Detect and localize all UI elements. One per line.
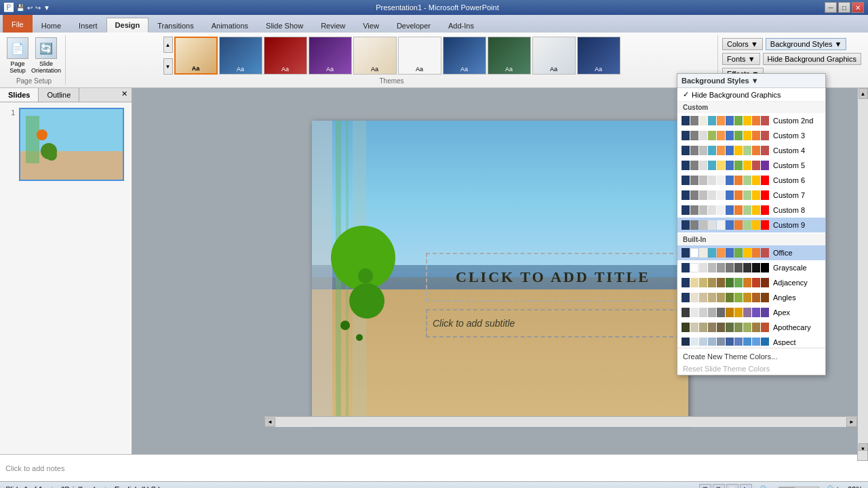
hide-bg-graphics-row[interactable]: ✓Hide Background Graphics <box>677 88 825 102</box>
maximize-button[interactable]: □ <box>838 2 850 13</box>
colors-dropdown-panel: Background Styles ▼ ✓Hide Background Gra… <box>677 73 826 375</box>
theme-item-oriel[interactable]: Aa <box>174 37 218 75</box>
theme-name: "Oriel" <box>61 485 82 489</box>
theme-item-3[interactable]: Aa <box>264 37 307 75</box>
themes-scroll-up[interactable]: ▲ ▼ <box>163 37 173 75</box>
tab-file[interactable]: File <box>3 15 33 33</box>
slide-canvas[interactable]: CLICK TO ADD TITLE Click to add subtitle <box>312 121 688 422</box>
theme-item-9[interactable]: Aa <box>532 37 576 75</box>
vertical-scrollbar[interactable]: ▲ ▼ <box>857 88 868 454</box>
normal-view-button[interactable]: ▦ <box>699 484 711 489</box>
slide-number: 1 <box>5 109 15 117</box>
theme-item-8[interactable]: Aa <box>488 37 531 75</box>
tab-addins[interactable]: Add-Ins <box>439 18 483 33</box>
tab-transitions[interactable]: Transitions <box>149 18 202 33</box>
theme-item-4[interactable]: Aa <box>309 37 352 75</box>
title-placeholder[interactable]: CLICK TO ADD TITLE <box>426 253 680 302</box>
notes-area[interactable]: Click to add notes <box>0 454 868 481</box>
zoom-in-icon[interactable]: 🔍+ <box>827 485 840 488</box>
slide-thumbnail-item: 1 <box>5 108 126 181</box>
theme-item-2[interactable]: Aa <box>219 37 262 75</box>
tab-insert[interactable]: Insert <box>70 18 106 33</box>
themes-label: Themes <box>379 77 403 85</box>
tab-design[interactable]: Design <box>106 18 149 33</box>
slide-sorter-button[interactable]: ⊞ <box>713 484 725 489</box>
color-row-custom9[interactable]: Custom 9 <box>677 218 825 232</box>
themes-list: Aa Aa Aa Aa Aa Aa Aa Aa Aa Aa <box>174 37 620 75</box>
page-setup-label: Page Setup <box>16 77 52 85</box>
color-row-custom2nd[interactable]: Custom 2nd <box>677 113 825 128</box>
tab-slides[interactable]: Slides <box>0 88 39 102</box>
slides-panel: Slides Outline ✕ 1 <box>0 88 132 454</box>
slides-list: 1 <box>0 102 132 454</box>
title-bar: 🅿 💾 ↩ ↪ ▼ Presentation1 - Microsoft Powe… <box>0 0 868 15</box>
color-row-custom4[interactable]: Custom 4 <box>677 143 825 158</box>
subtitle-placeholder[interactable]: Click to add subtitle <box>426 309 680 338</box>
tab-developer[interactable]: Developer <box>388 18 439 33</box>
builtin-section-label: Built-In <box>677 234 825 245</box>
page-setup-group: 📄 PageSetup 🔄 SlideOrientation Page Setu… <box>3 35 66 85</box>
ribbon-tabs: File Home Insert Design Transitions Anim… <box>0 15 868 33</box>
slide-thumb-preview[interactable] <box>19 108 124 181</box>
color-row-custom8[interactable]: Custom 8 <box>677 203 825 218</box>
tab-slideshow[interactable]: Slide Show <box>257 18 312 33</box>
fonts-button[interactable]: Fonts ▼ <box>722 53 760 65</box>
hide-bg-button[interactable]: Hide Background Graphics <box>763 53 861 65</box>
minimize-button[interactable]: ─ <box>825 2 837 13</box>
tab-animations[interactable]: Animations <box>203 18 257 33</box>
dropdown-scrollable-area[interactable]: Custom Custom 2nd <box>677 102 825 346</box>
window-title: Presentation1 - Microsoft PowerPoint <box>50 3 825 12</box>
notes-placeholder: Click to add notes <box>5 464 64 472</box>
spell-check-icon[interactable]: ✓ <box>90 485 96 488</box>
slide-info: Slide 1 of 1 <box>5 485 43 489</box>
zoom-level: 62% <box>848 485 863 489</box>
color-row-adjacency[interactable]: Adjacency <box>677 275 825 290</box>
color-row-custom3[interactable]: Custom 3 <box>677 128 825 143</box>
theme-item-5[interactable]: Aa <box>353 37 397 75</box>
background-styles-button[interactable]: Background Styles ▼ <box>766 38 847 50</box>
page-setup-button[interactable]: 📄 PageSetup <box>7 37 28 74</box>
slideshow-button[interactable]: ▶ <box>740 484 752 489</box>
color-row-custom6[interactable]: Custom 6 <box>677 173 825 188</box>
tab-outline[interactable]: Outline <box>39 88 79 102</box>
theme-item-6[interactable]: Aa <box>398 37 441 75</box>
color-row-office[interactable]: Office <box>677 245 825 260</box>
close-button[interactable]: ✕ <box>852 2 864 13</box>
slide-orientation-button[interactable]: 🔄 SlideOrientation <box>31 37 61 74</box>
create-new-theme-colors[interactable]: Create New Theme Colors... <box>677 350 825 363</box>
horizontal-scrollbar[interactable]: ◄ ► <box>264 416 857 427</box>
slides-panel-tabs: Slides Outline ✕ <box>0 88 132 102</box>
color-row-angles[interactable]: Angles <box>677 290 825 305</box>
reset-slide-theme-colors: Reset Slide Theme Colors <box>677 363 825 375</box>
colors-button[interactable]: Colors ▼ <box>722 38 763 50</box>
color-row-apex[interactable]: Apex <box>677 305 825 320</box>
reading-view-button[interactable]: 📖 <box>726 484 738 489</box>
color-row-apothecary[interactable]: Apothecary <box>677 320 825 335</box>
language[interactable]: English (U.S.) <box>115 485 161 489</box>
theme-item-10[interactable]: Aa <box>577 37 620 75</box>
color-row-custom7[interactable]: Custom 7 <box>677 188 825 203</box>
custom-section-label: Custom <box>677 102 825 113</box>
dropdown-section-bg: Background Styles ▼ <box>682 77 821 85</box>
tab-review[interactable]: Review <box>312 18 354 33</box>
zoom-out-icon[interactable]: 🔍- <box>760 485 770 488</box>
hide-bg-label: Hide Background Graphics <box>692 91 781 99</box>
themes-group: ▲ ▼ Aa Aa Aa Aa Aa Aa Aa Aa Aa Aa Themes <box>66 35 718 85</box>
corner-resize[interactable] <box>857 450 868 461</box>
color-row-aspect[interactable]: Aspect <box>677 335 825 346</box>
panel-close-button[interactable]: ✕ <box>117 88 132 102</box>
tab-view[interactable]: View <box>354 18 388 33</box>
status-bar: Slide 1 of 1 | "Oriel" ✓ | English (U.S.… <box>0 481 868 488</box>
theme-item-7[interactable]: Aa <box>443 37 486 75</box>
color-row-grayscale[interactable]: Grayscale <box>677 260 825 275</box>
tab-home[interactable]: Home <box>33 18 70 33</box>
color-row-custom5[interactable]: Custom 5 <box>677 158 825 173</box>
